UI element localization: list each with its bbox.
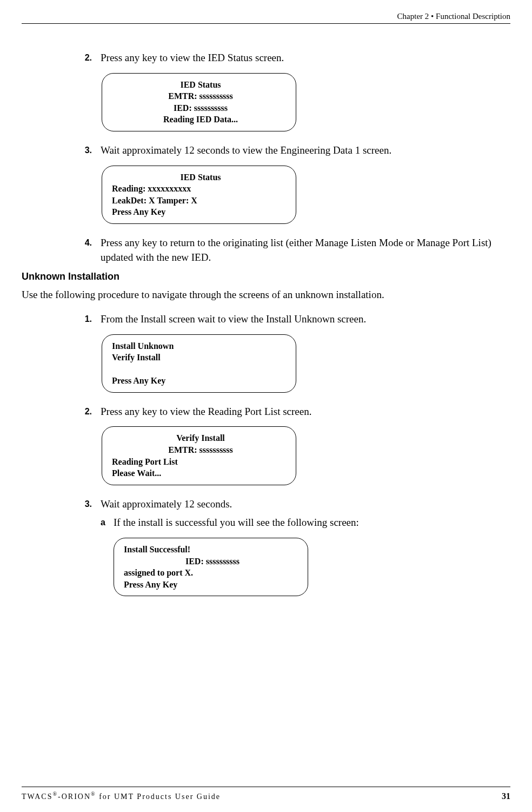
lcd-line: IED Status bbox=[112, 79, 289, 91]
lcd-line: IED Status bbox=[112, 171, 289, 183]
registered-icon: ® bbox=[91, 791, 96, 797]
lcd-line: Press Any Key bbox=[112, 206, 289, 218]
lcd-line: Verify Install bbox=[112, 432, 289, 444]
section-unknown-installation: Unknown Installation Use the following p… bbox=[22, 270, 510, 302]
lcd-line: IED: ssssssssss bbox=[124, 556, 301, 567]
sub-step-content: Install Successful! IED: ssssssssss assi… bbox=[70, 538, 510, 596]
step-text: Press any key to return to the originati… bbox=[101, 236, 510, 265]
lcd-screen-install-unknown: Install Unknown Verify Install Press Any… bbox=[102, 334, 296, 393]
lcd-line: Reading IED Data... bbox=[112, 114, 289, 126]
lcd-line: Press Any Key bbox=[124, 579, 301, 591]
step-text: Wait approximately 12 seconds to view th… bbox=[101, 143, 510, 158]
step-number: 3. bbox=[70, 143, 101, 158]
step-text: Press any key to view the IED Status scr… bbox=[101, 51, 510, 65]
content-area: 2. Press any key to view the IED Status … bbox=[22, 51, 510, 596]
lcd-line: Reading Port List bbox=[112, 456, 289, 468]
footer-twacs: TWACS bbox=[22, 793, 52, 801]
lcd-line: IED: ssssssssss bbox=[112, 102, 289, 114]
lcd-line: Install Successful! bbox=[124, 544, 301, 556]
lcd-screen-ied-status-2: IED Status Reading: xxxxxxxxxx LeakDet: … bbox=[102, 166, 296, 224]
step-number: 2. bbox=[70, 51, 101, 65]
sub-step-text: If the install is successful you will se… bbox=[114, 516, 510, 530]
lcd-screen-install-successful: Install Successful! IED: ssssssssss assi… bbox=[114, 538, 308, 596]
lcd-line: LeakDet: X Tamper: X bbox=[112, 195, 289, 207]
registered-icon: ® bbox=[52, 791, 58, 797]
lcd-line: Install Unknown bbox=[112, 340, 289, 352]
page-number: 31 bbox=[502, 790, 510, 802]
lcd-line: EMTR: ssssssssss bbox=[112, 444, 289, 456]
step-number: 3. bbox=[70, 497, 101, 512]
intro-paragraph: Use the following procedure to navigate … bbox=[22, 288, 510, 302]
step-text: Wait approximately 12 seconds. bbox=[101, 497, 510, 512]
lcd-line: Reading: xxxxxxxxxx bbox=[112, 183, 289, 195]
unknown-step-1: 1. From the Install screen wait to view … bbox=[70, 312, 510, 327]
lcd-line bbox=[112, 364, 289, 375]
step-number: 1. bbox=[70, 312, 101, 327]
lcd-line: Press Any Key bbox=[112, 375, 289, 387]
chapter-label: Chapter 2 • Functional Description bbox=[397, 12, 510, 21]
footer-orion: -ORION bbox=[58, 793, 91, 801]
step-number: 4. bbox=[70, 236, 101, 265]
subheading: Unknown Installation bbox=[22, 270, 510, 283]
step-number: 2. bbox=[70, 405, 101, 419]
page-header: Chapter 2 • Functional Description bbox=[22, 11, 510, 24]
unknown-step-3: 3. Wait approximately 12 seconds. bbox=[70, 497, 510, 512]
step-3: 3. Wait approximately 12 seconds to view… bbox=[70, 143, 510, 158]
lcd-line: assigned to port X. bbox=[124, 567, 301, 579]
lcd-line: Please Wait... bbox=[112, 467, 289, 479]
lcd-screen-verify-install: Verify Install EMTR: ssssssssss Reading … bbox=[102, 426, 296, 485]
footer-suffix: for UMT Products User Guide bbox=[96, 793, 221, 801]
unknown-step-2: 2. Press any key to view the Reading Por… bbox=[70, 405, 510, 419]
page-footer: TWACS®-ORION® for UMT Products User Guid… bbox=[22, 787, 510, 802]
step-text: From the Install screen wait to view the… bbox=[101, 312, 510, 327]
sub-step-a: a If the install is successful you will … bbox=[70, 516, 510, 530]
step-4: 4. Press any key to return to the origin… bbox=[70, 236, 510, 265]
page: Chapter 2 • Functional Description 2. Pr… bbox=[0, 0, 532, 812]
step-2: 2. Press any key to view the IED Status … bbox=[70, 51, 510, 65]
lcd-line: Verify Install bbox=[112, 352, 289, 364]
sub-step-label: a bbox=[101, 516, 114, 530]
lcd-line: EMTR: ssssssssss bbox=[112, 90, 289, 102]
lcd-screen-ied-status-1: IED Status EMTR: ssssssssss IED: sssssss… bbox=[102, 73, 296, 131]
footer-product: TWACS®-ORION® for UMT Products User Guid… bbox=[22, 790, 221, 802]
step-text: Press any key to view the Reading Port L… bbox=[101, 405, 510, 419]
